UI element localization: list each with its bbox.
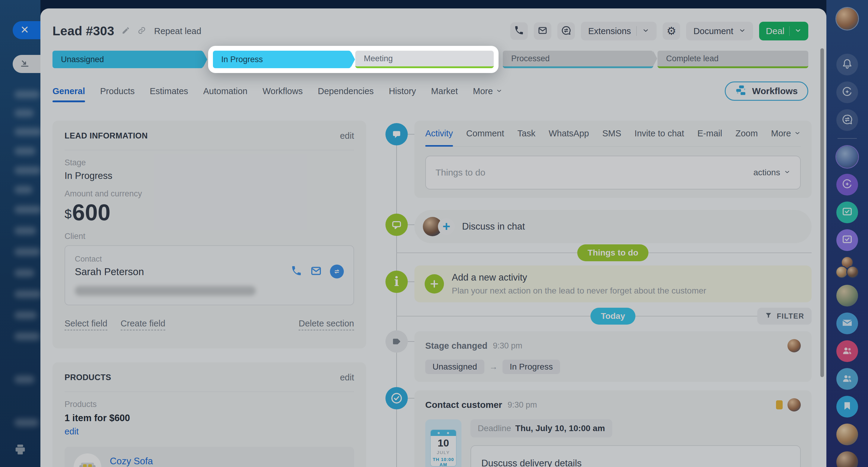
feed-tab-label: More bbox=[771, 128, 791, 138]
messenger-button[interactable] bbox=[836, 109, 858, 131]
chevron-down-icon bbox=[496, 86, 502, 96]
discuss-in-chat-label: Discuss in chat bbox=[462, 221, 525, 232]
extensions-dropdown[interactable]: Extensions bbox=[581, 22, 657, 40]
copy-link-icon[interactable] bbox=[137, 26, 146, 36]
feed-tab-activity[interactable]: Activity bbox=[425, 128, 453, 138]
calendar-icon: 10 JULY TH 10:00 AM bbox=[425, 419, 461, 467]
saved-messages-item[interactable] bbox=[836, 396, 858, 417]
printer-icon[interactable] bbox=[13, 443, 27, 458]
edit-title-icon[interactable] bbox=[122, 26, 130, 36]
create-field-link[interactable]: Create field bbox=[121, 318, 165, 330]
product-name[interactable]: Cozy Sofa bbox=[110, 456, 153, 467]
feed-tab-invite-to-chat[interactable]: Invite to chat bbox=[634, 128, 684, 138]
stage-field-value[interactable]: In Progress bbox=[65, 170, 354, 181]
discuss-in-chat-row[interactable]: + Discuss in chat bbox=[414, 210, 812, 243]
feed-tab-task[interactable]: Task bbox=[518, 128, 536, 138]
team-group-chat-item[interactable] bbox=[836, 368, 858, 390]
products-summary: 1 item for $600 bbox=[65, 413, 354, 424]
tab-dependencies[interactable]: Dependencies bbox=[318, 86, 374, 96]
group-chat-avatars[interactable] bbox=[836, 257, 858, 279]
activity-note[interactable]: Duscuss delivery details bbox=[470, 445, 801, 467]
vertical-scrollbar[interactable] bbox=[820, 48, 824, 377]
activity-compose-card: Activity Comment Task WhatsApp SMS Invit… bbox=[414, 121, 812, 198]
tab-automation[interactable]: Automation bbox=[203, 86, 248, 96]
tab-history[interactable]: History bbox=[389, 86, 416, 96]
edit-products-link[interactable]: edit bbox=[65, 427, 354, 437]
feed-tab-zoom[interactable]: Zoom bbox=[735, 128, 757, 138]
edit-section-link[interactable]: edit bbox=[340, 131, 354, 141]
left-sidebar bbox=[0, 0, 40, 467]
feed-tab-email[interactable]: E-mail bbox=[697, 128, 722, 138]
feed-tab-more[interactable]: More bbox=[771, 128, 801, 138]
event-stage-changed[interactable]: Stage changed 9:30 pm Unassigned → In Pr… bbox=[414, 331, 812, 382]
add-participant-button[interactable]: + bbox=[438, 218, 455, 235]
close-slider-button[interactable] bbox=[13, 21, 40, 39]
phone-icon[interactable] bbox=[291, 265, 302, 278]
hr-group-chat-item[interactable] bbox=[836, 340, 858, 362]
filter-button[interactable]: FILTER bbox=[757, 308, 811, 324]
stage-complete-lead[interactable]: Complete lead bbox=[657, 51, 808, 68]
add-activity-banner[interactable]: Add a new activity Plan your next action… bbox=[414, 266, 812, 302]
chat-avatar[interactable] bbox=[836, 451, 858, 467]
stage-in-progress[interactable]: In Progress bbox=[213, 51, 351, 68]
feed-tab-whatsapp[interactable]: WhatsApp bbox=[549, 128, 589, 138]
notifications-button[interactable] bbox=[836, 54, 858, 75]
email-button[interactable] bbox=[534, 22, 551, 40]
things-to-do-input[interactable]: Things to do actions bbox=[425, 156, 801, 189]
document-dropdown[interactable]: Document bbox=[686, 22, 753, 40]
feed-tab-label: Invite to chat bbox=[634, 128, 684, 138]
button-divider bbox=[789, 26, 789, 36]
select-field-link[interactable]: Select field bbox=[65, 318, 107, 330]
things-to-do-badge[interactable]: Things to do bbox=[577, 244, 648, 261]
blurred-menu-item bbox=[14, 147, 36, 155]
feed-tab-sms[interactable]: SMS bbox=[602, 128, 621, 138]
workflows-icon bbox=[735, 85, 747, 98]
feed-tab-comment[interactable]: Comment bbox=[466, 128, 504, 138]
mail-icon[interactable] bbox=[310, 265, 322, 278]
activity-stream-icon bbox=[385, 123, 408, 146]
tab-more[interactable]: More bbox=[473, 86, 502, 96]
stage-label: Complete lead bbox=[666, 54, 718, 63]
settings-button[interactable]: ⚙ bbox=[662, 22, 680, 40]
tab-market[interactable]: Market bbox=[431, 86, 458, 96]
stage-processed[interactable]: Processed bbox=[503, 51, 654, 68]
copilot-button[interactable] bbox=[836, 82, 858, 103]
feed-tab-label: Zoom bbox=[735, 128, 757, 138]
today-badge[interactable]: Today bbox=[591, 308, 635, 324]
tab-workflows[interactable]: Workflows bbox=[262, 86, 303, 96]
call-button[interactable] bbox=[510, 22, 528, 40]
collapse-slider-button[interactable] bbox=[13, 55, 40, 73]
open-chat-button[interactable] bbox=[557, 22, 575, 40]
event-contact-customer[interactable]: Contact customer 9:30 pm 10 JULY bbox=[414, 391, 812, 467]
bookmark-icon bbox=[842, 401, 852, 413]
stage-meeting[interactable]: Meeting bbox=[355, 51, 494, 68]
stage-unassigned[interactable]: Unassigned bbox=[53, 51, 203, 68]
info-timeline-icon: i bbox=[385, 271, 408, 293]
tasks-chat-item[interactable] bbox=[836, 201, 858, 223]
add-activity-subtitle: Plan your next action on the lead to nev… bbox=[452, 286, 706, 295]
divider bbox=[65, 150, 354, 150]
mail-chat-item[interactable] bbox=[836, 313, 858, 334]
task-check-icon bbox=[841, 234, 853, 247]
tab-general[interactable]: General bbox=[53, 86, 85, 96]
input-placeholder: Things to do bbox=[435, 167, 485, 178]
amount-value[interactable]: $600 bbox=[65, 201, 354, 224]
tab-estimates[interactable]: Estimates bbox=[150, 86, 188, 96]
copilot-chat-item[interactable] bbox=[836, 174, 858, 195]
deal-button[interactable]: Deal bbox=[759, 22, 808, 40]
blurred-menu-item bbox=[14, 186, 33, 194]
delete-section-link[interactable]: Delete section bbox=[299, 318, 354, 330]
blurred-menu-item bbox=[14, 91, 40, 98]
messenger-icon[interactable] bbox=[330, 264, 344, 278]
edit-section-link[interactable]: edit bbox=[340, 373, 354, 382]
tab-products[interactable]: Products bbox=[100, 86, 134, 96]
actions-dropdown[interactable]: actions bbox=[753, 168, 790, 177]
user-avatar[interactable] bbox=[836, 8, 858, 30]
product-row[interactable]: Cozy Sofa $600 bbox=[65, 447, 354, 467]
chat-avatar[interactable] bbox=[836, 285, 858, 307]
contact-card[interactable]: Contact Sarah Peterson bbox=[65, 245, 354, 305]
chat-avatar[interactable] bbox=[836, 424, 858, 445]
tasks-chat-item[interactable] bbox=[836, 229, 858, 251]
workflows-button[interactable]: Workflows bbox=[725, 82, 808, 101]
chat-avatar[interactable] bbox=[836, 146, 858, 168]
